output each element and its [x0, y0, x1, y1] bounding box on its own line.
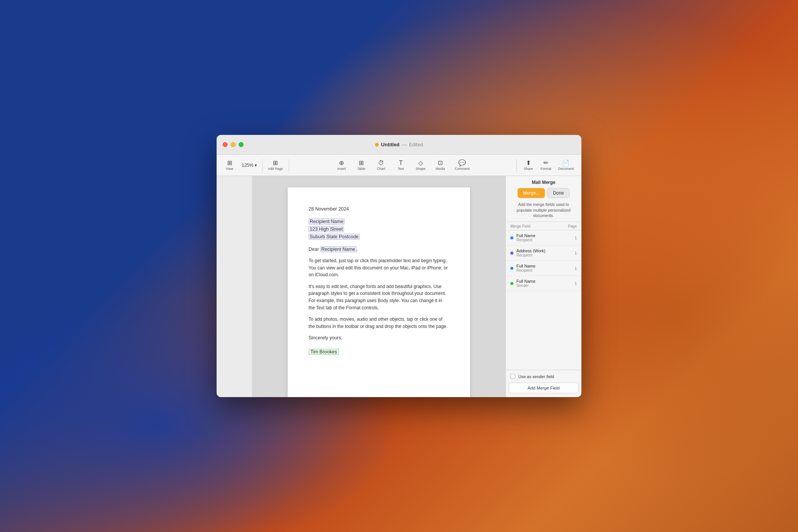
- field-info-3: Full Name Sender: [516, 279, 575, 288]
- field-page-3: 1: [575, 281, 577, 286]
- body-paragraph-1: To get started, just tap or click this p…: [309, 257, 449, 279]
- panel-title: Mail Merge: [510, 180, 577, 185]
- document-label: Document: [558, 167, 574, 171]
- field-dot-2: [510, 267, 513, 270]
- share-label: Share: [524, 167, 533, 171]
- field-info-0: Full Name Recipient: [516, 233, 575, 242]
- closing-line: Sincerely yours,: [309, 335, 449, 340]
- date-line: 28 November 2024: [309, 206, 449, 212]
- field-dot-1: [510, 252, 513, 255]
- dear-line: Dear Recipient Name,: [309, 247, 449, 252]
- close-button[interactable]: [223, 142, 228, 147]
- edited-label: Edited: [409, 142, 423, 147]
- dear-prefix: Dear: [309, 247, 320, 252]
- add-page-button[interactable]: ⊞ Add Page: [265, 158, 286, 172]
- document-title: Untitled: [381, 142, 399, 147]
- document-icon-dot: [375, 143, 379, 147]
- add-page-icon: ⊞: [273, 160, 278, 166]
- recipient-block: Recipient Name 123 High Street Suburb St…: [309, 218, 449, 241]
- share-icon: ⬆: [526, 160, 531, 166]
- table-icon: ⊞: [359, 160, 364, 166]
- share-button[interactable]: ⬆ Share: [520, 158, 537, 172]
- panel-buttons: Merge... Done: [510, 188, 577, 198]
- app-window: Untitled — Edited ⊞ View 125% ▾ ⊞ Add Pa…: [217, 135, 581, 397]
- left-sidebar: [217, 176, 252, 397]
- text-label: Text: [398, 167, 404, 171]
- field-sub-0: Recipient: [516, 238, 575, 242]
- use-sender-row: Use as sender field: [506, 370, 581, 383]
- merge-field-item-0[interactable]: Full Name Recipient 1: [506, 230, 581, 245]
- suburb-field[interactable]: Suburb State Postcode: [309, 234, 360, 240]
- media-button[interactable]: ⊡ Media: [432, 158, 449, 172]
- edited-separator: —: [402, 142, 407, 147]
- dear-recipient-field[interactable]: Recipient Name: [320, 246, 356, 252]
- field-name-2: Full Name: [516, 264, 575, 268]
- insert-button[interactable]: ⊕ Insert: [333, 158, 350, 172]
- merge-field-item-1[interactable]: Address (Work) Recipient 1: [506, 245, 581, 261]
- merge-field-item-3[interactable]: Full Name Sender 1: [506, 276, 581, 291]
- field-dot-0: [510, 236, 513, 239]
- merge-button[interactable]: Merge...: [518, 188, 545, 198]
- format-icon: ✏: [543, 160, 548, 166]
- dear-suffix: ,: [356, 247, 358, 252]
- body-paragraph-3: To add photos, movies, audio and other o…: [309, 316, 449, 330]
- field-sub-3: Sender: [516, 283, 575, 288]
- panel-description: Add the merge fields used to populate mu…: [510, 202, 577, 218]
- field-dot-3: [510, 282, 513, 285]
- field-page-1: 1: [575, 251, 577, 255]
- panel-footer: Use as sender field Add Merge Field: [506, 370, 581, 397]
- field-info-2: Full Name Recipient: [516, 264, 575, 272]
- separator-1: [262, 159, 263, 171]
- document-page: 28 November 2024 Recipient Name 123 High…: [288, 187, 470, 397]
- use-sender-checkbox[interactable]: [510, 374, 515, 379]
- view-icon: ⊞: [227, 160, 232, 166]
- comment-label: Comment: [455, 167, 470, 171]
- field-page-0: 1: [575, 236, 577, 240]
- zoom-control[interactable]: 125% ▾: [239, 161, 260, 169]
- panel-header: Mail Merge Merge... Done Add the merge f…: [506, 176, 581, 222]
- shape-icon: ◇: [418, 160, 423, 166]
- media-icon: ⊡: [438, 160, 443, 166]
- add-merge-field-button[interactable]: Add Merge Field: [509, 383, 578, 393]
- address-field[interactable]: 123 High Street: [309, 226, 344, 232]
- sender-field[interactable]: Tim Brookes: [309, 349, 339, 355]
- document-area[interactable]: 28 November 2024 Recipient Name 123 High…: [252, 176, 505, 397]
- document-button[interactable]: 📄 Document: [555, 158, 577, 172]
- table-label: Table: [357, 167, 366, 171]
- shape-label: Shape: [416, 167, 426, 171]
- main-content: 28 November 2024 Recipient Name 123 High…: [217, 176, 581, 397]
- minimize-button[interactable]: [231, 142, 236, 147]
- field-name-3: Full Name: [516, 279, 575, 283]
- mail-merge-panel: Mail Merge Merge... Done Add the merge f…: [505, 176, 581, 397]
- separator-2: [289, 159, 289, 171]
- shape-button[interactable]: ◇ Shape: [412, 158, 429, 172]
- insert-label: Insert: [337, 167, 346, 171]
- format-button[interactable]: ✏ Format: [537, 158, 554, 172]
- text-icon: T: [399, 160, 403, 166]
- merge-fields-header: Merge Field Page: [506, 222, 581, 230]
- body-paragraph-2: It's easy to edit text, change fonts and…: [309, 283, 449, 311]
- title-bar: Untitled — Edited: [217, 135, 581, 155]
- chart-button[interactable]: ⏱ Chart: [373, 158, 390, 172]
- view-button[interactable]: ⊞ View: [221, 158, 238, 172]
- maximize-button[interactable]: [239, 142, 244, 147]
- comment-icon: 💬: [458, 160, 466, 166]
- toolbar: ⊞ View 125% ▾ ⊞ Add Page ⊕ Insert ⊞ Tabl…: [217, 155, 581, 176]
- chevron-down-icon: ▾: [255, 163, 257, 168]
- col-page: Page: [568, 224, 577, 228]
- recipient-name-field[interactable]: Recipient Name: [309, 218, 345, 225]
- comment-button[interactable]: 💬 Comment: [452, 158, 473, 172]
- field-page-2: 1: [575, 266, 577, 271]
- zoom-value: 125%: [242, 163, 253, 168]
- done-button[interactable]: Done: [547, 188, 570, 198]
- title-area: Untitled — Edited: [375, 142, 423, 147]
- merge-field-item-2[interactable]: Full Name Recipient 1: [506, 261, 581, 276]
- table-button[interactable]: ⊞ Table: [353, 158, 370, 172]
- field-name-0: Full Name: [516, 233, 575, 238]
- use-sender-label: Use as sender field: [518, 374, 554, 379]
- text-button[interactable]: T Text: [393, 158, 409, 172]
- chart-label: Chart: [377, 167, 385, 171]
- document-icon: 📄: [562, 160, 570, 166]
- insert-icon: ⊕: [339, 160, 344, 166]
- field-sub-1: Recipient: [516, 253, 575, 257]
